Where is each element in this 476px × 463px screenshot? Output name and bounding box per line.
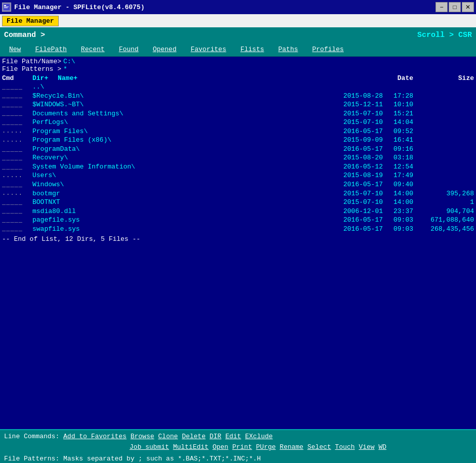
nav-tab-favorites[interactable]: Favorites [183,45,233,54]
nav-tab-recent[interactable]: Recent [74,45,112,54]
bottom-area: Line Commands: Add to Favorites Browse C… [0,429,476,463]
name-field: Program Files\ [32,127,322,136]
select-cmd[interactable]: Select [307,443,331,451]
file-row[interactable]: _____pagefile.sys2016-05-1709:03671,088,… [2,216,474,225]
delete-cmd[interactable]: Delete [182,433,206,440]
touch-cmd[interactable]: Touch [335,443,355,451]
date-field: 2016-05-17 [322,225,383,234]
cmd-field[interactable]: ..... [2,127,32,135]
nav-tab-filepath[interactable]: FilePath [28,45,73,54]
rename-cmd[interactable]: Rename [280,443,303,451]
exclude-cmd[interactable]: EXclude [245,433,273,440]
name-field: msdia80.dll [32,207,322,216]
date-field: 2016-05-17 [322,145,383,154]
cmd-field[interactable]: _____ [2,101,32,109]
date-field: 2016-05-12 [322,162,383,172]
minimize-button[interactable]: − [435,2,448,12]
cmd-field[interactable]: ..... [2,136,32,144]
view-cmd[interactable]: View [359,443,374,451]
scroll-area: Scroll > CSR [417,31,472,39]
purge-cmd[interactable]: PUrge [256,443,276,451]
command-arrow: > [41,31,45,39]
file-row[interactable]: _____System Volume Information\2016-05-1… [2,162,474,172]
name-field: Users\ [32,171,322,180]
cmd-field[interactable]: _____ [2,118,32,127]
open-cmd[interactable]: Open [213,443,228,451]
file-row[interactable]: .....Users\2015-08-1917:49 [2,171,474,180]
cmd-field[interactable]: _____ [2,216,32,224]
file-row[interactable]: _____Windows\2016-05-1709:40 [2,180,474,189]
file-row[interactable]: _____ProgramData\2016-05-1709:16 [2,145,474,154]
edit-cmd[interactable]: Edit [225,433,241,440]
file-row[interactable]: _____$WINDOWS.~BT\2015-12-1110:10 [2,100,474,109]
close-button[interactable]: ✕ [462,2,474,12]
nav-tab-profiles[interactable]: Profiles [305,45,351,54]
size-field: 395,268 [413,189,474,198]
file-row[interactable]: _____PerfLogs\2015-07-1014:04 [2,118,474,127]
name-field: Windows\ [32,180,322,189]
file-row[interactable]: _____msdia80.dll2006-12-0123:37904,704 [2,207,474,216]
file-row[interactable]: .....Program Files\2016-05-1709:52 [2,127,474,136]
name-field: swapfile.sys [32,225,322,234]
menu-bar: File Manager [0,14,476,27]
cmd-field[interactable]: _____ [2,181,32,189]
date-field: 2016-05-17 [322,180,383,189]
cmd-field[interactable]: _____ [2,92,32,100]
cmd-field[interactable]: ..... [2,172,32,180]
date-field: 2016-05-17 [322,216,383,225]
column-header: Cmd Dir+ Name+ Date Size [2,74,474,82]
dir-cmd[interactable]: DIR [210,433,221,440]
name-field: $WINDOWS.~BT\ [32,100,322,109]
file-row[interactable]: _____Documents and Settings\2015-07-1015… [2,109,474,118]
time-field: 14:00 [383,189,413,198]
time-field: 12:54 [383,162,413,172]
size-field: 904,704 [413,207,474,216]
cmd-field[interactable]: ..... [2,189,32,197]
print-cmd[interactable]: Print [232,443,252,451]
file-row[interactable]: _____Recovery\2015-08-2003:18 [2,153,474,162]
file-path-value: C:\ [63,58,75,65]
file-area: File Path/Name> C:\ File Patterns > * Cm… [0,57,476,429]
cmd-field[interactable]: _____ [2,83,32,91]
time-field: 23:37 [383,207,413,216]
cmd-field[interactable]: _____ [2,109,32,117]
browse-cmd[interactable]: Browse [131,433,154,440]
file-manager-menu[interactable]: File Manager [2,16,59,26]
size-field: 268,435,456 [413,225,474,234]
file-row[interactable]: .....bootmgr2015-07-1014:00395,268 [2,189,474,198]
command-label: Command [4,31,36,39]
file-row[interactable]: _____swapfile.sys2016-05-1709:03268,435,… [2,225,474,234]
col-dir-header: Dir+ [32,74,58,82]
name-field: ..\ [32,82,322,92]
file-row[interactable]: _____..\ [2,82,474,92]
name-field: BOOTNXT [32,198,322,207]
date-field: 2015-07-10 [322,189,383,198]
cmd-field[interactable]: _____ [2,207,32,215]
date-field: 2016-05-17 [322,127,383,136]
nav-tab-found[interactable]: Found [112,45,146,54]
time-field: 03:18 [383,153,413,162]
clone-cmd[interactable]: Clone [158,433,178,440]
window-controls: − □ ✕ [435,2,474,12]
wd-cmd[interactable]: WD [378,443,386,451]
file-row[interactable]: _____$Recycle.Bin\2015-08-2817:28 [2,92,474,101]
cmd-field[interactable]: _____ [2,154,32,162]
cmd-field[interactable]: _____ [2,225,32,233]
job-submit-cmd[interactable]: Job submit [130,443,169,451]
svg-rect-2 [4,7,9,7]
cmd-field[interactable]: _____ [2,163,32,171]
col-date-header: Date [322,74,413,82]
multiedit-cmd[interactable]: MultiEdit [173,443,209,451]
nav-tab-paths[interactable]: Paths [271,45,305,54]
time-field: 15:21 [383,109,413,118]
add-to-favorites-cmd[interactable]: Add to Favorites [63,433,127,440]
cmd-field[interactable]: _____ [2,198,32,206]
nav-tab-flists[interactable]: Flists [233,45,271,54]
file-row[interactable]: .....Program Files (x86)\2015-09-0916:41 [2,136,474,145]
file-row[interactable]: _____BOOTNXT2015-07-1014:001 [2,198,474,207]
nav-tab-new[interactable]: New [2,45,28,54]
maximize-button[interactable]: □ [449,2,461,12]
cmd-field[interactable]: _____ [2,145,32,153]
nav-tab-opened[interactable]: Opened [146,45,184,54]
name-field: PerfLogs\ [32,118,322,127]
